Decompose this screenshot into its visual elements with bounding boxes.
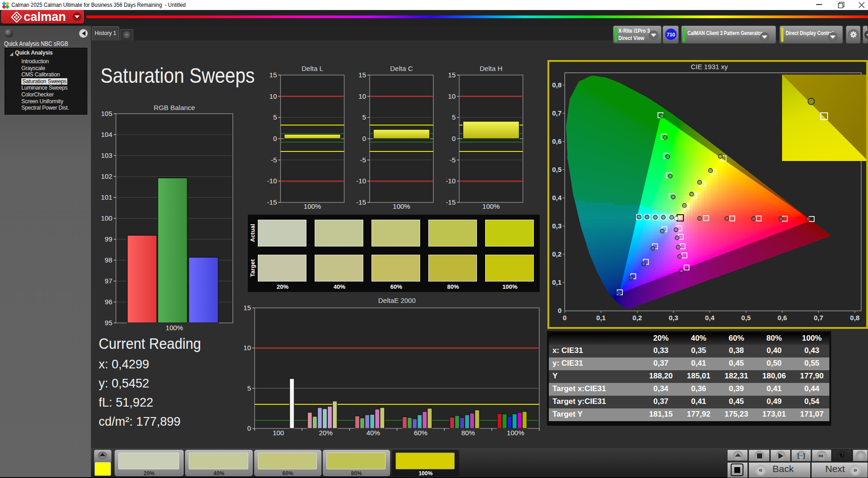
svg-text:103: 103: [101, 151, 112, 159]
svg-text:-15: -15: [356, 198, 366, 206]
svg-text:0,8: 0,8: [850, 314, 860, 322]
svg-text:0,7: 0,7: [814, 314, 823, 322]
svg-text:100%: 100%: [507, 429, 524, 437]
svg-text:0,2: 0,2: [552, 250, 562, 258]
svg-text:0: 0: [273, 135, 277, 142]
svg-text:0,6: 0,6: [778, 314, 787, 322]
svg-text:10: 10: [269, 92, 277, 100]
svg-text:0,4: 0,4: [705, 314, 715, 322]
svg-text:0,1: 0,1: [552, 278, 562, 286]
svg-text:0: 0: [563, 314, 567, 322]
svg-text:0,3: 0,3: [552, 222, 562, 230]
svg-text:0,3: 0,3: [669, 314, 678, 322]
svg-text:Delta H: Delta H: [480, 65, 502, 72]
svg-text:5: 5: [247, 384, 251, 392]
svg-text:95: 95: [105, 319, 112, 327]
svg-text:97: 97: [105, 277, 112, 285]
svg-text:80%: 80%: [461, 429, 475, 437]
svg-text:15: 15: [243, 304, 251, 312]
svg-text:104: 104: [101, 131, 112, 138]
svg-text:DeltaE 2000: DeltaE 2000: [378, 297, 416, 304]
svg-text:0,1: 0,1: [596, 314, 606, 322]
svg-text:105: 105: [101, 110, 112, 117]
svg-text:-10: -10: [267, 177, 277, 185]
svg-text:100: 100: [101, 214, 112, 222]
svg-text:99: 99: [105, 235, 112, 243]
svg-text:-5: -5: [450, 156, 456, 164]
svg-text:-10: -10: [356, 177, 366, 185]
svg-text:15: 15: [358, 71, 366, 79]
svg-text:0,6: 0,6: [552, 137, 562, 145]
svg-text:0,4: 0,4: [552, 194, 562, 201]
svg-text:0: 0: [452, 135, 456, 142]
svg-text:98: 98: [105, 256, 112, 264]
svg-text:20%: 20%: [319, 429, 332, 437]
svg-text:CIE 1931 xy: CIE 1931 xy: [691, 63, 728, 70]
svg-text:0: 0: [247, 424, 251, 432]
svg-text:5: 5: [273, 113, 277, 121]
svg-text:5: 5: [362, 113, 366, 121]
svg-text:15: 15: [269, 71, 277, 79]
svg-text:Delta L: Delta L: [301, 65, 323, 72]
svg-text:0: 0: [558, 307, 562, 314]
svg-text:100%: 100%: [482, 202, 500, 210]
svg-text:102: 102: [101, 172, 112, 180]
svg-text:-5: -5: [360, 156, 366, 164]
svg-text:-10: -10: [446, 177, 456, 185]
svg-text:100%: 100%: [304, 202, 321, 210]
svg-text:5: 5: [452, 113, 456, 121]
svg-text:100: 100: [273, 429, 284, 437]
svg-text:RGB Balance: RGB Balance: [154, 104, 195, 111]
svg-text:0,5: 0,5: [741, 314, 751, 322]
svg-text:60%: 60%: [414, 429, 427, 437]
svg-text:15: 15: [448, 71, 456, 79]
svg-text:10: 10: [448, 92, 456, 100]
svg-text:0,2: 0,2: [632, 314, 642, 322]
svg-text:0,8: 0,8: [552, 81, 562, 89]
svg-text:100%: 100%: [166, 324, 183, 332]
svg-text:Delta C: Delta C: [390, 65, 413, 72]
svg-text:100%: 100%: [393, 202, 410, 210]
svg-text:101: 101: [101, 193, 112, 201]
svg-text:-15: -15: [446, 198, 456, 206]
svg-text:96: 96: [105, 298, 112, 306]
svg-text:10: 10: [358, 92, 366, 100]
svg-text:-5: -5: [271, 156, 277, 164]
svg-text:10: 10: [243, 344, 251, 352]
svg-text:0: 0: [362, 135, 366, 142]
svg-text:0,5: 0,5: [552, 166, 562, 173]
svg-text:-15: -15: [267, 198, 277, 206]
svg-text:0,7: 0,7: [552, 109, 562, 117]
svg-text:40%: 40%: [366, 429, 380, 437]
